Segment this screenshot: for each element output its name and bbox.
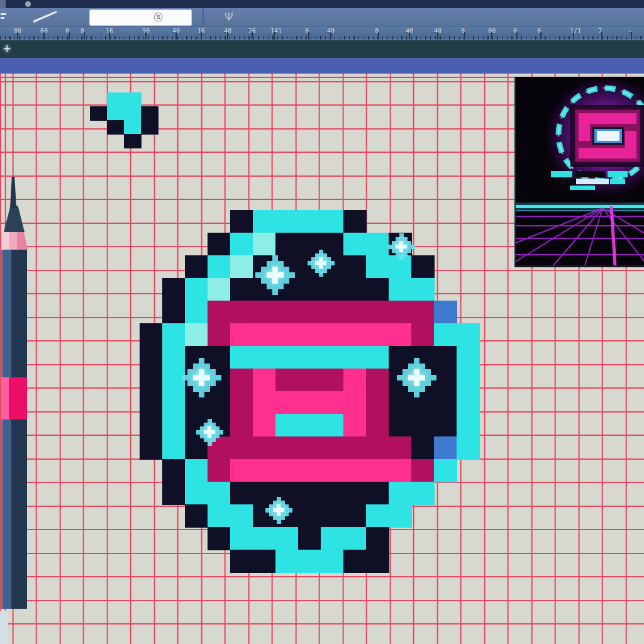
window-notch [0, 0, 6, 8]
ruler-major-tick [464, 32, 465, 40]
emblem-pixel [366, 301, 389, 324]
ruler-major-tick [145, 32, 147, 40]
emblem-pixel [457, 414, 480, 437]
pencil-body [1, 247, 27, 609]
emblem-pixel [140, 414, 163, 437]
emblem-pixel [434, 436, 457, 460]
emblem-pixel [230, 436, 253, 460]
emblem-pixel [343, 233, 367, 256]
emblem-pixel [298, 482, 321, 505]
emblem-pixel [366, 436, 389, 460]
pencil-tip-icon [10, 177, 16, 208]
sparkle-icon [397, 358, 436, 397]
emblem-pixel [343, 391, 367, 414]
emblem-pixel [140, 369, 163, 392]
ruler-major-tick [43, 32, 45, 40]
ruler-major-tick [437, 32, 438, 40]
emblem-pixel [162, 436, 186, 460]
toolbar-edge-icon [1, 13, 7, 21]
emblem-pixel [230, 278, 253, 301]
pencil-end-highlight [0, 611, 8, 644]
emblem-pixel [162, 301, 186, 324]
emblem-pixel [230, 210, 253, 233]
emblem-pixel [208, 482, 231, 505]
emblem-pixel [298, 504, 321, 528]
ruler-major-tick [330, 32, 331, 40]
emblem-pixel [253, 323, 276, 347]
arrow-sprite-pixel [124, 92, 142, 107]
add-icon[interactable]: + [3, 42, 11, 55]
preview-glyph [570, 105, 644, 167]
emblem-pixel [389, 323, 412, 347]
emblem-pixel [321, 278, 344, 301]
emblem-pixel [140, 391, 163, 414]
emblem-pixel [298, 323, 321, 347]
emblem-pixel [185, 504, 208, 528]
emblem-pixel [230, 233, 253, 256]
pencil-band [1, 377, 27, 419]
ruler-major-tick [201, 32, 202, 40]
emblem-pixel [411, 323, 435, 347]
tool-search-input[interactable]: ⓢ [89, 9, 192, 26]
arrow-sprite-pixel [90, 106, 108, 121]
emblem-pixel [298, 414, 321, 437]
emblem-pixel [343, 482, 367, 505]
emblem-pixel [298, 346, 321, 369]
emblem-pixel [298, 278, 321, 301]
pencil-collar [4, 206, 25, 232]
emblem-pixel [321, 210, 344, 233]
emblem-pixel [457, 436, 480, 460]
emblem-pixel [321, 414, 344, 437]
emblem-pixel [298, 369, 321, 392]
emblem-pixel [366, 504, 389, 528]
emblem-pixel [457, 323, 480, 347]
emblem-pixel [298, 391, 321, 414]
emblem-pixel [321, 550, 344, 573]
emblem-pixel [253, 301, 276, 324]
ruler-major-tick [631, 32, 632, 40]
emblem-pixel [411, 482, 435, 505]
emblem-pixel [298, 301, 321, 324]
emblem-pixel [457, 391, 480, 414]
emblem-pixel [275, 414, 299, 437]
emblem-pixel [366, 459, 389, 482]
ruler-ticks [0, 36, 644, 40]
sparkle-icon [265, 497, 292, 523]
emblem-pixel [185, 323, 208, 347]
emblem-pixel [411, 436, 435, 460]
emblem-pixel [275, 459, 299, 482]
emblem-pixel [185, 278, 208, 301]
emblem-pixel [230, 323, 253, 347]
emblem-pixel [366, 346, 389, 369]
arrow-sprite-pixel [124, 106, 142, 121]
emblem-pixel [230, 301, 253, 324]
emblem-pixel [298, 550, 321, 573]
emblem-pixel [343, 210, 367, 233]
pen-tool-icon[interactable] [31, 9, 60, 25]
pixel-canvas[interactable] [0, 74, 644, 644]
emblem-pixel [275, 323, 299, 347]
emblem-pixel [434, 369, 457, 392]
emblem-pixel [298, 527, 321, 550]
emblem-pixel [366, 278, 389, 301]
emblem-pixel [343, 550, 367, 573]
sparkle-icon [255, 255, 295, 295]
arrow-sprite-pixel [107, 106, 125, 121]
emblem-pixel [343, 436, 367, 460]
toolbar-separator [203, 8, 204, 26]
emblem-pixel [253, 233, 276, 256]
ruler-major-tick [308, 32, 309, 40]
window-menu-dot-icon[interactable] [25, 1, 31, 7]
ruler-label: 1/1 [570, 28, 581, 35]
emblem-pixel [208, 323, 231, 347]
emblem-pixel [230, 550, 253, 573]
arrow-sprite-pixel [141, 120, 158, 135]
ruler-major-tick [601, 32, 602, 40]
emblem-pixel [162, 278, 186, 301]
brush-options-icon[interactable]: Ψ [220, 9, 238, 25]
emblem-pixel [162, 323, 186, 347]
ruler-label: 141 [270, 28, 282, 35]
emblem-pixel [275, 233, 299, 256]
emblem-pixel [253, 210, 276, 233]
arrow-sprite-pixel [107, 120, 125, 135]
